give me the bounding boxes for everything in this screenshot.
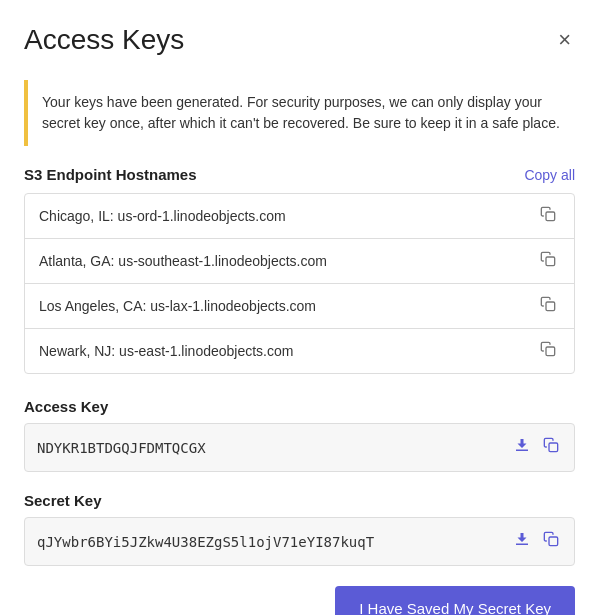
hostname-row: Chicago, IL: us-ord-1.linodeobjects.com <box>25 194 574 239</box>
modal-footer: I Have Saved My Secret Key <box>24 586 575 615</box>
access-key-copy-button[interactable] <box>540 435 562 460</box>
hostname-text: Chicago, IL: us-ord-1.linodeobjects.com <box>39 208 286 224</box>
access-key-field: NDYKR1BTDGQJFDMTQCGX <box>24 423 575 472</box>
access-key-section: Access Key NDYKR1BTDGQJFDMTQCGX <box>24 398 575 472</box>
access-key-label: Access Key <box>24 398 575 415</box>
hostname-text: Los Angeles, CA: us-lax-1.linodeobjects.… <box>39 298 316 314</box>
copy-hostname-2-button[interactable] <box>536 294 560 318</box>
modal-header: Access Keys × <box>24 24 575 56</box>
hostname-row: Newark, NJ: us-east-1.linodeobjects.com <box>25 329 574 373</box>
secret-key-copy-button[interactable] <box>540 529 562 554</box>
alert-box: Your keys have been generated. For secur… <box>24 80 575 146</box>
access-keys-modal: Access Keys × Your keys have been genera… <box>0 0 599 615</box>
svg-rect-4 <box>549 443 558 452</box>
secret-key-section: Secret Key qJYwbr6BYi5JZkw4U38EZgS5l1ojV… <box>24 492 575 566</box>
hostnames-table: Chicago, IL: us-ord-1.linodeobjects.com … <box>24 193 575 374</box>
copy-hostname-0-button[interactable] <box>536 204 560 228</box>
s3-section-header: S3 Endpoint Hostnames Copy all <box>24 166 575 183</box>
close-button[interactable]: × <box>554 25 575 55</box>
svg-rect-5 <box>549 537 558 546</box>
hostname-text: Atlanta, GA: us-southeast-1.linodeobject… <box>39 253 327 269</box>
svg-rect-0 <box>546 212 555 221</box>
hostname-text: Newark, NJ: us-east-1.linodeobjects.com <box>39 343 293 359</box>
modal-title: Access Keys <box>24 24 184 56</box>
hostname-row: Los Angeles, CA: us-lax-1.linodeobjects.… <box>25 284 574 329</box>
s3-section-title: S3 Endpoint Hostnames <box>24 166 197 183</box>
copy-hostname-3-button[interactable] <box>536 339 560 363</box>
copy-all-button[interactable]: Copy all <box>524 167 575 183</box>
alert-text: Your keys have been generated. For secur… <box>42 92 561 134</box>
secret-key-download-button[interactable] <box>510 528 534 555</box>
secret-key-actions <box>510 528 562 555</box>
secret-key-field: qJYwbr6BYi5JZkw4U38EZgS5l1ojV71eYI87kuqT <box>24 517 575 566</box>
secret-key-label: Secret Key <box>24 492 575 509</box>
secret-key-value: qJYwbr6BYi5JZkw4U38EZgS5l1ojV71eYI87kuqT <box>37 534 502 550</box>
svg-rect-3 <box>546 347 555 356</box>
confirm-button[interactable]: I Have Saved My Secret Key <box>335 586 575 615</box>
access-key-download-button[interactable] <box>510 434 534 461</box>
copy-hostname-1-button[interactable] <box>536 249 560 273</box>
access-key-actions <box>510 434 562 461</box>
access-key-value: NDYKR1BTDGQJFDMTQCGX <box>37 440 502 456</box>
svg-rect-2 <box>546 302 555 311</box>
svg-rect-1 <box>546 257 555 266</box>
hostname-row: Atlanta, GA: us-southeast-1.linodeobject… <box>25 239 574 284</box>
